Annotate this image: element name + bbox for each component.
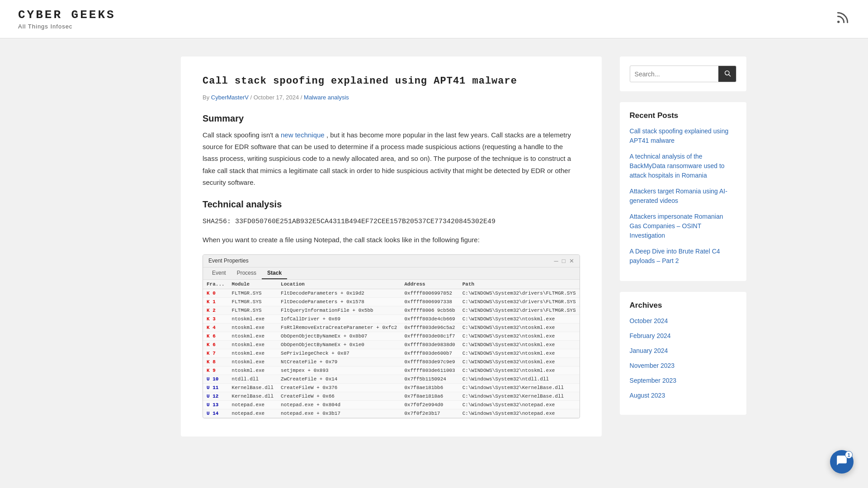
tab-stack[interactable]: Stack	[262, 267, 287, 279]
cell-path: C:\WINDOWS\System32\ntoskml.exe	[459, 366, 580, 375]
archive-link[interactable]: August 2023	[630, 391, 736, 400]
cell-location: FltDecodeParameters + 0x19d2	[277, 289, 401, 297]
figure-intro: When you want to create a file using Not…	[203, 234, 580, 246]
cell-location: ObOpenObjectByNameEx + 0x1e0	[277, 340, 401, 349]
recent-post-link[interactable]: Attackers impersonate Romanian Gas Compa…	[630, 212, 736, 240]
table-row: U 11 KernelBase.dll CreateFileW + 0x376 …	[203, 383, 580, 392]
archive-link[interactable]: January 2024	[630, 346, 736, 356]
col-frame: Fra...	[203, 280, 228, 289]
cell-location: setjmpex + 0x893	[277, 366, 401, 375]
cell-path: C:\WINDOWS\System32\ntoskml.exe	[459, 323, 580, 332]
archive-link[interactable]: November 2023	[630, 361, 736, 371]
new-technique-link[interactable]: new technique	[281, 131, 325, 139]
cell-frame: U 10	[203, 375, 228, 383]
cell-address: 0xffff803de96c5a2	[401, 323, 458, 332]
cell-module: ntoskml.exe	[228, 314, 277, 323]
cell-frame: K 4	[203, 323, 228, 332]
cell-frame: U 12	[203, 392, 228, 400]
cell-address: 0x7f8ae1818a6	[401, 392, 458, 400]
col-path: Path	[459, 280, 580, 289]
cell-module: notepad.exe	[228, 409, 277, 418]
table-row: K 0 FLTMGR.SYS FltDecodeParameters + 0x1…	[203, 289, 580, 297]
cell-module: ntoskml.exe	[228, 349, 277, 357]
article-area: Call stack spoofing explained using APT4…	[181, 56, 602, 436]
cell-location: IofCallDriver + 0x69	[277, 314, 401, 323]
cell-module: ntoskml.exe	[228, 323, 277, 332]
cell-frame: K 0	[203, 289, 228, 297]
table-row: U 10 ntdll.dll ZwCreateFile + 0x14 0x7ff…	[203, 375, 580, 383]
table-row: K 6 ntoskml.exe ObOpenObjectByNameEx + 0…	[203, 340, 580, 349]
article-date: October 17, 2024	[254, 94, 299, 101]
cell-module: KernelBase.dll	[228, 392, 277, 400]
site-branding: CYBER GEEKS All Things Infosec	[18, 8, 116, 30]
rss-icon[interactable]	[835, 10, 850, 28]
recent-posts-list: Call stack spoofing explained using APT4…	[630, 127, 736, 266]
article-meta: By CyberMasterV / October 17, 2024 / Mal…	[203, 94, 580, 101]
table-row: U 14 notepad.exe notepad.exe + 0x3b17 0x…	[203, 409, 580, 418]
table-header-row: Fra... Module Location Address Path	[203, 280, 580, 289]
cell-path: C:\Windows\System32\notepad.exe	[459, 409, 580, 418]
site-header: CYBER GEEKS All Things Infosec	[0, 0, 868, 38]
cell-address: 0xffff803de9838d0	[401, 340, 458, 349]
recent-post-link[interactable]: A technical analysis of the BackMyData r…	[630, 152, 736, 180]
cell-address: 0xffff803de97c9e9	[401, 357, 458, 366]
cell-frame: K 2	[203, 306, 228, 314]
archive-link[interactable]: September 2023	[630, 376, 736, 385]
cell-frame: K 7	[203, 349, 228, 357]
cell-path: C:\Windows\System32\notepad.exe	[459, 400, 580, 409]
col-module: Module	[228, 280, 277, 289]
main-layout: Call stack spoofing explained using APT4…	[163, 56, 705, 436]
cell-location: CreateFileW + 0x66	[277, 392, 401, 400]
cell-frame: K 6	[203, 340, 228, 349]
event-tab-bar: Event Process Stack	[203, 267, 580, 280]
category-link[interactable]: Malware analysis	[304, 94, 349, 101]
table-row: K 2 FLTMGR.SYS FltQueryInformationFile +…	[203, 306, 580, 314]
author-link[interactable]: CyberMasterV	[211, 94, 249, 101]
recent-post-link[interactable]: Attackers target Romania using AI-genera…	[630, 187, 736, 206]
cell-location: SePrivilegeCheck + 0x87	[277, 349, 401, 357]
archives-list: October 2024February 2024January 2024Nov…	[630, 316, 736, 400]
svg-line-2	[729, 75, 731, 76]
sidebar: Recent Posts Call stack spoofing explain…	[620, 56, 746, 436]
cell-location: CreateFileW + 0x376	[277, 383, 401, 392]
minimize-btn[interactable]: ─	[554, 258, 558, 264]
table-row: K 7 ntoskml.exe SePrivilegeCheck + 0x87 …	[203, 349, 580, 357]
cell-frame: U 13	[203, 400, 228, 409]
summary-heading: Summary	[203, 113, 580, 124]
cell-address: 0x7ff5b1150924	[401, 375, 458, 383]
article-title: Call stack spoofing explained using APT4…	[203, 75, 580, 89]
maximize-btn[interactable]: □	[562, 258, 566, 264]
archive-link[interactable]: October 2024	[630, 316, 736, 326]
search-button[interactable]	[718, 66, 736, 82]
search-input[interactable]	[630, 67, 718, 81]
cell-module: KernelBase.dll	[228, 383, 277, 392]
cell-module: FLTMGR.SYS	[228, 289, 277, 297]
recent-post-link[interactable]: A Deep Dive into Brute Ratel C4 payloads…	[630, 247, 736, 266]
site-subtitle: All Things Infosec	[18, 23, 116, 30]
cell-address: 0xffff803de4cb669	[401, 314, 458, 323]
cell-path: C:\Windows\System32\KernelBase.dll	[459, 383, 580, 392]
archive-link[interactable]: February 2024	[630, 331, 736, 341]
close-btn[interactable]: ✕	[569, 258, 574, 264]
cell-module: ntoskml.exe	[228, 340, 277, 349]
archives-section: Archives October 2024February 2024Januar…	[620, 292, 746, 415]
table-row: K 1 FLTMGR.SYS FltDecodeParameters + 0x1…	[203, 297, 580, 306]
table-row: U 13 notepad.exe notepad.exe + 0x804d 0x…	[203, 400, 580, 409]
chat-fab[interactable]: 1	[830, 450, 854, 455]
tab-event[interactable]: Event	[207, 267, 231, 279]
recent-post-link[interactable]: Call stack spoofing explained using APT4…	[630, 127, 736, 145]
cell-frame: K 6	[203, 332, 228, 340]
cell-location: FsRtlRemoveExtraCreateParameter + 0xfc2	[277, 323, 401, 332]
cell-path: C:\WINDOWS\System32\ntoskml.exe	[459, 314, 580, 323]
cell-address: 0xffff8006997338	[401, 297, 458, 306]
cell-frame: K 1	[203, 297, 228, 306]
cell-module: ntoskml.exe	[228, 332, 277, 340]
tab-process[interactable]: Process	[231, 267, 262, 279]
meta-slash1: /	[250, 94, 254, 101]
meta-slash2: /	[301, 94, 304, 101]
col-location: Location	[277, 280, 401, 289]
table-row: K 4 ntoskml.exe FsRtlRemoveExtraCreatePa…	[203, 323, 580, 332]
site-title: CYBER GEEKS	[18, 8, 116, 22]
cell-path: C:\Windows\System32\ntdll.dll	[459, 375, 580, 383]
table-row: K 9 ntoskml.exe setjmpex + 0x893 0xffff8…	[203, 366, 580, 375]
